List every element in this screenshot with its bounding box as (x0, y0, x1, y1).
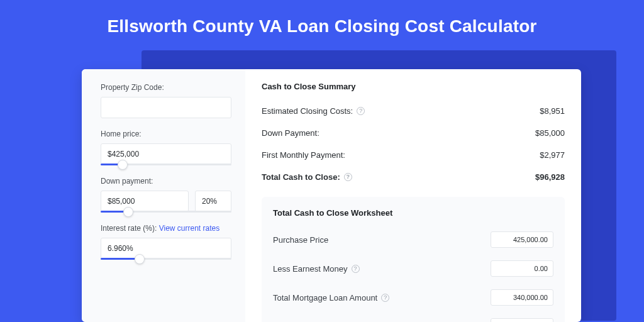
summary-list: Estimated Closing Costs: ? $8,951 Down P… (262, 100, 565, 188)
worksheet-value-input[interactable] (491, 231, 553, 248)
worksheet-panel: Total Cash to Close Worksheet Purchase P… (262, 197, 565, 322)
summary-row: First Monthly Payment: $2,977 (262, 144, 565, 166)
summary-label: Down Payment: (262, 128, 319, 138)
summary-title: Cash to Close Summary (262, 82, 565, 91)
calculator-card: Property Zip Code: Home price: Down paym… (82, 69, 581, 322)
interest-rate-input[interactable] (101, 238, 231, 259)
down-payment-slider[interactable] (101, 211, 231, 213)
summary-row: Estimated Closing Costs: ? $8,951 (262, 100, 565, 122)
home-price-slider-thumb[interactable] (118, 160, 128, 170)
down-payment-input[interactable] (101, 191, 189, 212)
worksheet-row: Total Second Mortgage Amount ? (273, 312, 553, 322)
worksheet-label: Less Earnest Money (273, 264, 348, 274)
help-icon[interactable]: ? (381, 294, 389, 302)
home-price-label: Home price: (101, 130, 231, 138)
help-icon[interactable]: ? (352, 265, 360, 273)
summary-value: $85,000 (535, 128, 565, 138)
home-price-slider[interactable] (101, 164, 231, 165)
home-price-field: Home price: (101, 130, 231, 165)
summary-row: Down Payment: $85,000 (262, 122, 565, 144)
interest-rate-slider-fill (101, 258, 140, 260)
worksheet-value-input[interactable] (491, 318, 553, 322)
down-payment-pct-input[interactable] (195, 191, 231, 212)
worksheet-value-input[interactable] (491, 289, 553, 306)
worksheet-label: Purchase Price (273, 235, 328, 245)
inputs-panel: Property Zip Code: Home price: Down paym… (82, 69, 245, 322)
results-panel: Cash to Close Summary Estimated Closing … (245, 69, 581, 322)
summary-label: Total Cash to Close: (262, 172, 340, 182)
worksheet-row: Total Mortgage Loan Amount ? (273, 283, 553, 312)
zip-field: Property Zip Code: (101, 83, 231, 118)
down-payment-field: Down payment: (101, 177, 231, 213)
help-icon[interactable]: ? (357, 107, 365, 115)
zip-input[interactable] (101, 97, 231, 118)
page-title: Ellsworth County VA Loan Closing Cost Ca… (0, 16, 644, 36)
worksheet-value-input[interactable] (491, 260, 553, 277)
summary-value: $8,951 (540, 106, 565, 116)
worksheet-row: Less Earnest Money ? (273, 254, 553, 283)
interest-rate-label-text: Interest rate (%): (101, 224, 159, 233)
down-payment-slider-thumb[interactable] (123, 207, 133, 217)
down-payment-label: Down payment: (101, 177, 231, 186)
interest-rate-slider-thumb[interactable] (135, 254, 145, 264)
view-rates-link[interactable]: View current rates (159, 224, 220, 233)
summary-value: $2,977 (540, 150, 565, 160)
summary-row-total: Total Cash to Close: ? $96,928 (262, 166, 565, 188)
worksheet-row: Purchase Price (273, 225, 553, 254)
interest-rate-label: Interest rate (%): View current rates (101, 224, 231, 233)
summary-label: First Monthly Payment: (262, 150, 345, 160)
worksheet-title: Total Cash to Close Worksheet (273, 208, 553, 218)
summary-label: Estimated Closing Costs: (262, 106, 353, 116)
zip-label: Property Zip Code: (101, 83, 231, 92)
worksheet-label: Total Mortgage Loan Amount (273, 293, 377, 303)
summary-value: $96,928 (535, 172, 565, 182)
interest-rate-slider[interactable] (101, 258, 231, 260)
help-icon[interactable]: ? (344, 173, 352, 181)
interest-rate-field: Interest rate (%): View current rates (101, 224, 231, 260)
